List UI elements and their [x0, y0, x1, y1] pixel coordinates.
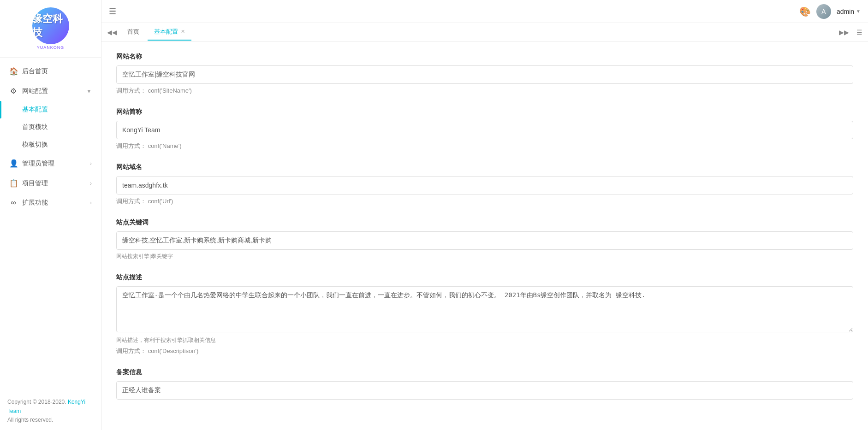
site-name-code: 调用方式： conf('SiteName'): [116, 87, 853, 95]
form-section-site-name: 网站名称 调用方式： conf('SiteName'): [116, 53, 853, 95]
main: ☰ 🎨 A admin ▼ ◀◀ 首页 基本配置 ✕ ▶▶ ☰: [101, 0, 868, 430]
site-name-code-value: conf('SiteName'): [148, 87, 192, 94]
sidebar-item-basic-config[interactable]: 基本配置: [0, 101, 101, 118]
user-icon: 👤: [9, 159, 18, 168]
sidebar-item-site-config[interactable]: ⚙ 网站配置 ▼: [0, 81, 101, 101]
tabs-nav-left[interactable]: ◀◀: [105, 27, 119, 38]
tabs-right: ▶▶ ☰: [837, 27, 864, 38]
sidebar-item-project-manage-label: 项目管理: [22, 179, 48, 188]
site-short-name-code-prefix: 调用方式：: [116, 142, 146, 149]
form-section-site-keywords: 站点关键词 网站搜索引擎|攀关键字: [116, 218, 853, 260]
site-description-textarea[interactable]: [116, 286, 853, 332]
avatar-initials: A: [821, 8, 826, 15]
tabs-left: ◀◀ 首页 基本配置 ✕: [105, 24, 191, 41]
site-domain-code-prefix: 调用方式：: [116, 198, 146, 205]
site-description-code-prefix: 调用方式：: [116, 348, 146, 354]
site-short-name-input[interactable]: [116, 121, 853, 139]
avatar: A: [816, 4, 831, 19]
site-domain-label: 网站域名: [116, 163, 853, 171]
sidebar-nav: 🏠 后台首页 ⚙ 网站配置 ▼ 基本配置 首页模块 模板切换 👤 管理员管理 ›…: [0, 58, 101, 392]
form-section-icp: 备案信息: [116, 368, 853, 400]
site-name-label: 网站名称: [116, 53, 853, 61]
extend-icon: ∞: [9, 199, 18, 207]
sidebar-item-template-switch-label: 模板切换: [22, 141, 48, 149]
sidebar-item-home-label: 后台首页: [22, 67, 48, 76]
tab-home[interactable]: 首页: [121, 24, 146, 41]
active-indicator: [0, 101, 1, 118]
tabs-nav-right[interactable]: ▶▶: [837, 27, 851, 38]
chevron-right-icon-3: ›: [90, 200, 92, 206]
logo-text-cn: 缘空科技: [32, 12, 69, 40]
sidebar-item-admin-manage-label: 管理员管理: [22, 159, 54, 168]
site-domain-code: 调用方式： conf('Url'): [116, 197, 853, 206]
rights-text: All rights reserved.: [7, 417, 53, 423]
site-domain-input[interactable]: [116, 176, 853, 194]
site-description-hint: 网站描述，有利于搜索引擎抓取相关信息: [116, 336, 853, 344]
site-name-input[interactable]: [116, 65, 853, 84]
site-keywords-label: 站点关键词: [116, 218, 853, 227]
tab-home-label: 首页: [127, 28, 139, 36]
home-icon: 🏠: [9, 67, 18, 76]
site-short-name-label: 网站简称: [116, 108, 853, 116]
copyright-text: Copyright © 2018-2020.: [7, 399, 66, 405]
menu-toggle-icon[interactable]: ☰: [109, 6, 116, 17]
content-area: 网站名称 调用方式： conf('SiteName') 网站简称 调用方式： c…: [101, 41, 868, 430]
site-keywords-input[interactable]: [116, 231, 853, 250]
sidebar-item-template-switch[interactable]: 模板切换: [0, 136, 101, 153]
logo-sub: YUANKONG: [37, 45, 65, 50]
site-keywords-hint: 网站搜索引擎|攀关键字: [116, 253, 853, 260]
sidebar-item-basic-config-label: 基本配置: [22, 106, 48, 114]
form-section-site-description: 站点描述 网站描述，有利于搜索引擎抓取相关信息 调用方式： conf('Desc…: [116, 273, 853, 355]
sidebar-item-project-manage[interactable]: 📋 项目管理 ›: [0, 173, 101, 193]
tab-close-icon[interactable]: ✕: [181, 29, 185, 35]
site-short-name-code-value: conf('Name'): [148, 142, 182, 149]
site-description-code-value: conf('Descriptison'): [148, 348, 199, 354]
icp-label: 备案信息: [116, 368, 853, 377]
chevron-right-icon: ›: [90, 160, 92, 167]
sidebar-item-home-modules-label: 首页模块: [22, 123, 48, 131]
username: admin: [837, 8, 854, 15]
sidebar: 缘空科技 YUANKONG 🏠 后台首页 ⚙ 网站配置 ▼ 基本配置 首页模块 …: [0, 0, 101, 430]
gear-icon: ⚙: [9, 87, 18, 95]
chevron-right-icon-2: ›: [90, 180, 92, 187]
topbar: ☰ 🎨 A admin ▼: [101, 0, 868, 23]
logo-circle: 缘空科技: [32, 7, 69, 44]
chevron-down-icon: ▼: [86, 88, 92, 94]
sidebar-item-admin-manage[interactable]: 👤 管理员管理 ›: [0, 153, 101, 173]
project-icon: 📋: [9, 179, 18, 188]
tab-basic-config[interactable]: 基本配置 ✕: [148, 24, 191, 41]
form-section-site-short-name: 网站简称 调用方式： conf('Name'): [116, 108, 853, 150]
site-short-name-code: 调用方式： conf('Name'): [116, 142, 853, 150]
tabs-menu-icon[interactable]: ☰: [855, 27, 864, 38]
site-name-code-prefix: 调用方式：: [116, 87, 146, 94]
sidebar-footer: Copyright © 2018-2020. KongYi Team All r…: [0, 392, 101, 430]
site-domain-code-value: conf('Url'): [148, 198, 173, 205]
icp-input[interactable]: [116, 381, 853, 400]
sidebar-item-home[interactable]: 🏠 后台首页: [0, 61, 101, 81]
sidebar-logo: 缘空科技 YUANKONG: [0, 0, 101, 58]
tab-basic-config-label: 基本配置: [154, 28, 178, 36]
topbar-right: 🎨 A admin ▼: [799, 4, 861, 19]
sidebar-item-extend-label: 扩展功能: [22, 199, 48, 207]
site-description-code: 调用方式： conf('Descriptison'): [116, 347, 853, 355]
user-menu[interactable]: admin ▼: [837, 8, 861, 15]
sidebar-item-extend[interactable]: ∞ 扩展功能 ›: [0, 193, 101, 212]
sidebar-item-home-modules[interactable]: 首页模块: [0, 118, 101, 136]
user-dropdown-arrow: ▼: [856, 9, 861, 14]
form-section-site-domain: 网站域名 调用方式： conf('Url'): [116, 163, 853, 206]
topbar-left: ☰: [109, 6, 116, 17]
sidebar-item-site-config-label: 网站配置: [22, 87, 48, 95]
palette-icon[interactable]: 🎨: [799, 6, 811, 17]
site-description-label: 站点描述: [116, 273, 853, 282]
tabs-bar: ◀◀ 首页 基本配置 ✕ ▶▶ ☰: [101, 23, 868, 41]
